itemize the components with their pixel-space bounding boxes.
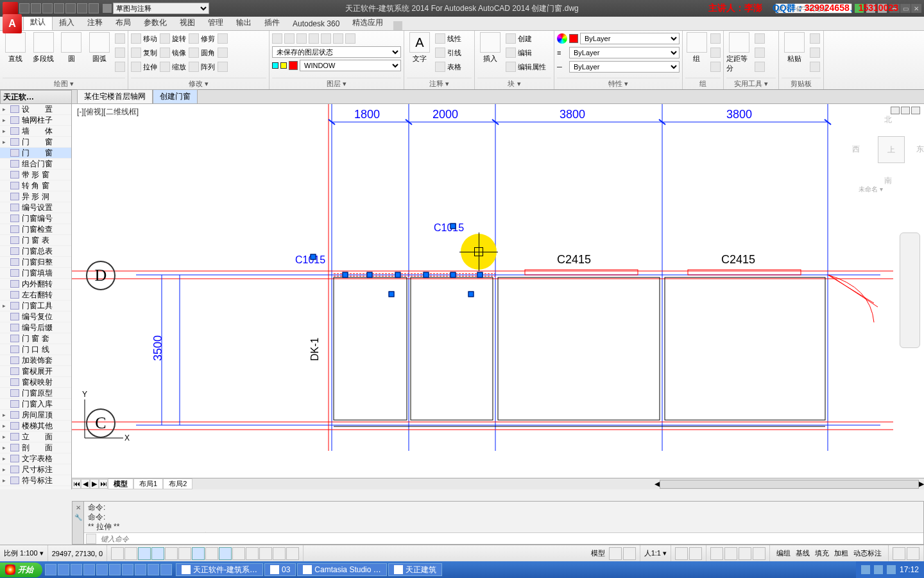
palette-item[interactable]: 门窗填墙: [0, 268, 71, 279]
grid-toggle[interactable]: [124, 547, 137, 560]
ql-icon[interactable]: [71, 564, 82, 575]
help-icon[interactable]: [878, 4, 887, 13]
qat-undo-icon[interactable]: [77, 3, 87, 13]
palette-item[interactable]: ▸门 窗: [0, 137, 71, 148]
palette-item[interactable]: 门窗检查: [0, 224, 71, 235]
tool-line[interactable]: 直线: [3, 32, 28, 64]
grip[interactable]: [367, 272, 373, 278]
doc-restore-button[interactable]: [901, 107, 910, 114]
lineweight-select[interactable]: ByLayer: [569, 47, 680, 58]
palette-item[interactable]: 组合门窗: [0, 159, 71, 170]
palette-item[interactable]: ▸符号标注: [0, 475, 71, 486]
palette-item[interactable]: ▸剖 面: [0, 442, 71, 453]
ql-icon[interactable]: [96, 564, 108, 575]
app-logo[interactable]: [3, 2, 18, 15]
palette-item[interactable]: 门窗入库: [0, 399, 71, 410]
tab-output[interactable]: 输出: [230, 15, 258, 30]
palette-item[interactable]: 编号复位: [0, 311, 71, 322]
anno-auto-toggle[interactable]: [689, 547, 702, 560]
grip[interactable]: [343, 272, 348, 278]
hscrollbar[interactable]: ◀▶: [654, 480, 924, 489]
palette-item[interactable]: 门 口 线: [0, 344, 71, 355]
ql-icon[interactable]: [135, 564, 146, 575]
grip[interactable]: [477, 272, 483, 278]
ribbon-search-icon[interactable]: [393, 21, 402, 30]
palette-item[interactable]: ▸楼梯其他: [0, 421, 71, 432]
palette-item[interactable]: ▸墙 体: [0, 126, 71, 137]
cube-ucs-label[interactable]: 未命名 ▾: [859, 185, 883, 194]
palette-item[interactable]: 门 窗 套: [0, 333, 71, 344]
ws-switch-icon[interactable]: [710, 547, 723, 560]
layer-freeze-icon[interactable]: [309, 33, 319, 44]
qat-open-icon[interactable]: [31, 3, 41, 13]
minimize-button[interactable]: ━: [889, 4, 900, 13]
anno-vis-toggle[interactable]: [675, 547, 688, 560]
grip[interactable]: [395, 272, 401, 278]
tool-paste[interactable]: 粘贴: [782, 32, 807, 64]
tab-featured[interactable]: 精选应用: [346, 15, 389, 30]
ql-icon[interactable]: [45, 564, 56, 575]
doc-tab-1[interactable]: 创建门窗: [153, 89, 198, 104]
palette-item[interactable]: ▸立 面: [0, 432, 71, 442]
quickselect-icon[interactable]: [755, 62, 765, 72]
panel-block-label[interactable]: 块 ▾: [477, 78, 551, 89]
palette-item[interactable]: 窗棂展开: [0, 366, 71, 377]
ql-icon[interactable]: [122, 564, 133, 575]
tray-icon[interactable]: [861, 565, 870, 574]
tab-parametric[interactable]: 参数化: [137, 15, 173, 30]
drawing-canvas[interactable]: [-][俯视][二维线框] 1800 2000 3800 3800: [72, 104, 924, 489]
lwt-toggle[interactable]: [232, 547, 245, 560]
tool-arc[interactable]: 圆弧: [87, 32, 112, 64]
tab-layout[interactable]: 布局: [109, 15, 137, 30]
match-icon[interactable]: [810, 62, 820, 72]
tool-fillet[interactable]: 圆角: [189, 46, 215, 59]
palette-item[interactable]: 门窗编号: [0, 213, 71, 224]
panel-util-label[interactable]: 实用工具 ▾: [726, 78, 776, 89]
close-button[interactable]: ✕: [911, 4, 921, 13]
snap-toggle[interactable]: [111, 547, 124, 560]
palette-item[interactable]: ▸门窗工具: [0, 301, 71, 311]
taskbar-item[interactable]: Camtasia Studio …: [297, 563, 386, 576]
navigation-bar[interactable]: [900, 232, 920, 348]
dyn-toggle[interactable]: [219, 547, 232, 560]
tool-move[interactable]: 移动: [131, 32, 157, 45]
ql-icon[interactable]: [83, 564, 95, 575]
start-button[interactable]: 开始: [0, 563, 42, 577]
taskbar-item[interactable]: 03: [264, 563, 296, 576]
palette-title[interactable]: 天正软…: [0, 90, 72, 104]
ql-icon[interactable]: [109, 564, 121, 575]
layout-tab-2[interactable]: 布局2: [163, 478, 193, 489]
palette-item[interactable]: ▸文字表格: [0, 453, 71, 464]
qat-saveas-icon[interactable]: [54, 3, 64, 13]
tpy-toggle[interactable]: [246, 547, 259, 560]
layout-nav-last[interactable]: ⏭: [99, 479, 108, 489]
sc-toggle[interactable]: [273, 547, 286, 560]
maximize-button[interactable]: ▭: [900, 4, 911, 13]
grip[interactable]: [311, 254, 316, 260]
tab-annotate[interactable]: 注释: [81, 15, 109, 30]
workspace-switcher[interactable]: 草图与注释: [103, 3, 209, 14]
ortho-toggle[interactable]: [138, 547, 151, 560]
ellipse-icon[interactable]: [115, 48, 125, 58]
color-wheel-icon[interactable]: [557, 33, 567, 44]
hatch-icon[interactable]: [115, 62, 125, 72]
cut-icon[interactable]: [810, 33, 820, 44]
status-dimscale[interactable]: 比例 1:100 ▾: [0, 545, 48, 561]
palette-item[interactable]: ▸尺寸标注: [0, 464, 71, 475]
tool-measure[interactable]: 定距等分: [726, 32, 752, 73]
palette-item[interactable]: ▸设 置: [0, 104, 71, 115]
panel-group-label[interactable]: 组: [685, 78, 721, 89]
command-input[interactable]: [98, 535, 923, 543]
tab-manage[interactable]: 管理: [201, 15, 230, 30]
select-icon[interactable]: [755, 33, 765, 44]
grip[interactable]: [468, 292, 474, 297]
tool-leader[interactable]: 引线: [435, 46, 461, 59]
layout-nav-next[interactable]: ▶: [90, 479, 99, 489]
tool-mirror[interactable]: 镜像: [160, 46, 186, 59]
layout-tab-model[interactable]: 模型: [108, 478, 133, 489]
panel-modify-label[interactable]: 修改 ▾: [131, 78, 266, 89]
tool-table[interactable]: 表格: [435, 60, 461, 73]
tool-edit-block[interactable]: 编辑: [506, 46, 546, 59]
toggle-bold[interactable]: 加粗: [832, 548, 851, 558]
palette-item[interactable]: 门 窗 表: [0, 235, 71, 246]
